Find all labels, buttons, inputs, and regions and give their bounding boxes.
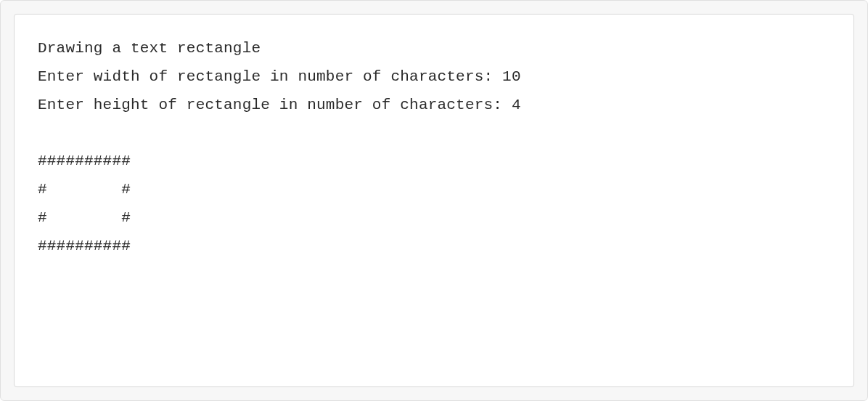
output-line: Enter width of rectangle in number of ch… bbox=[38, 68, 521, 85]
code-output-inner: Drawing a text rectangle Enter width of … bbox=[14, 14, 854, 387]
output-line: ########## bbox=[38, 153, 131, 169]
output-line: Drawing a text rectangle bbox=[38, 40, 261, 57]
output-line: Enter height of rectangle in number of c… bbox=[38, 97, 521, 113]
output-line: # # bbox=[38, 209, 131, 226]
output-line: ########## bbox=[38, 238, 131, 254]
output-line: # # bbox=[38, 181, 131, 198]
code-output-panel: Drawing a text rectangle Enter width of … bbox=[0, 0, 868, 401]
code-output-text: Drawing a text rectangle Enter width of … bbox=[38, 35, 830, 261]
